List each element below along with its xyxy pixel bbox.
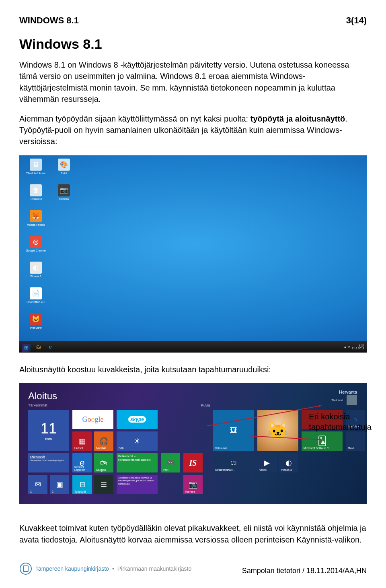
- start-button-icon[interactable]: ⊞: [22, 344, 31, 352]
- tile-calendar[interactable]: 11 tiistai: [28, 410, 69, 451]
- tile-google[interactable]: Google: [72, 410, 113, 429]
- tile-video[interactable]: ▶Video: [257, 453, 277, 472]
- page-footer: Tampereen kaupunginkirjasto • Pirkanmaan…: [19, 558, 367, 575]
- tile-microsoft[interactable]: Microsoft Tervetuloa OneDrive-käyttäjäks…: [28, 453, 69, 472]
- desktop-icon[interactable]: 🖥Tämä tietokone: [23, 159, 49, 184]
- tile-picasa[interactable]: ◐Picasa 3: [279, 453, 298, 472]
- tile-desktop[interactable]: 🖥Työpöytä: [72, 475, 92, 494]
- tile-small[interactable]: ☰: [94, 475, 113, 494]
- desktop-icon[interactable]: ◎Google Chrome: [23, 236, 49, 262]
- tile-asio[interactable]: Asiointitietopäällikkö: Huvieja ja harvi…: [117, 475, 158, 494]
- user-chip[interactable]: Hervanta Tietotori: [331, 390, 357, 405]
- desktop-icon[interactable]: 🎨Paint: [51, 159, 77, 184]
- desktop-icons: 🖥Tämä tietokone🎨Paint🗑Roskakori📷Kamera🦊M…: [23, 159, 77, 339]
- annotation-text: Eri kokoisia tapahtumaruutuja: [309, 411, 372, 432]
- desktop-icon[interactable]: ◐Picasa 3: [23, 262, 49, 287]
- start-title: Aloitus: [28, 390, 57, 402]
- paragraph-1: Windows 8.1 on Windows 8 -käyttöjärjeste…: [19, 59, 367, 105]
- start-screen-wrapper: Aloitus Tärkeimmät Kuvia Hervanta Tietot…: [19, 383, 367, 504]
- paragraph-2: Aiemman työpöydän sijaan käyttöliittymäs…: [19, 113, 367, 147]
- section-label-1: Tärkeimmät: [28, 403, 47, 407]
- paragraph-3: Aloitusnäyttö koostuu kuvakkeista, joita…: [19, 364, 367, 375]
- tile-store[interactable]: 🛍Kauppa: [94, 453, 113, 472]
- footer-rule: [19, 558, 367, 558]
- section-label-2: Kuvia: [201, 403, 210, 407]
- logo-icon: [19, 562, 32, 575]
- desktop-screenshot: 🖥Tämä tietokone🎨Paint🗑Roskakori📷Kamera🦊M…: [19, 155, 367, 353]
- page-header: WINDOWS 8.1 3(14): [19, 15, 367, 26]
- taskbar: ⊞ 🗂 e ▲ 🕪 9:37 11.3.2014: [19, 341, 367, 353]
- desktop-icon: [51, 262, 77, 287]
- footer-date: Sampolan tietotori / 18.11.2014/AA,HN: [242, 567, 367, 575]
- tile-movi[interactable]: Movi: [346, 431, 365, 451]
- tile-ie[interactable]: eInternet Explorer: [72, 453, 92, 472]
- desktop-icon[interactable]: 📷Kamera: [51, 184, 77, 210]
- tile-xbox[interactable]: 🎮Pelit: [161, 453, 180, 472]
- page-title: Windows 8.1: [19, 36, 367, 52]
- svg-rect-1: [23, 566, 28, 571]
- tile-keli[interactable]: Kelikamerat – Henkilökohtainen suosikki: [117, 453, 158, 472]
- tile-resources[interactable]: 🗂Resurssinhalli…: [213, 453, 254, 472]
- tile-skype[interactable]: skype: [117, 410, 158, 429]
- svg-point-0: [20, 563, 31, 574]
- desktop-icon: [51, 210, 77, 236]
- start-screen-screenshot: Aloitus Tärkeimmät Kuvia Hervanta Tietot…: [19, 383, 367, 504]
- desktop-icon[interactable]: 🗑Roskakori: [23, 184, 49, 210]
- tile-news[interactable]: ▦Uutiset: [72, 431, 92, 451]
- tile-is[interactable]: IS: [183, 453, 203, 472]
- file-explorer-icon[interactable]: 🗂: [34, 343, 43, 351]
- system-tray: ▲ 🕪 9:37 11.3.2014: [344, 344, 364, 350]
- tile-camera[interactable]: 📷Kamera: [183, 475, 203, 494]
- avatar: [347, 395, 357, 405]
- desktop-icon[interactable]: 📄LibreOffice 4.1: [23, 287, 49, 313]
- desktop-icon: [51, 287, 77, 313]
- tile-mail[interactable]: ✉1: [28, 475, 47, 494]
- tile-generic[interactable]: ▣2: [50, 475, 69, 494]
- desktop-icon[interactable]: 🐱IrfanView: [23, 313, 49, 339]
- desktop-icon[interactable]: 🦊Mozilla Firefox: [23, 210, 49, 236]
- header-right: 3(14): [346, 15, 367, 26]
- desktop-icon: [51, 236, 77, 262]
- header-left: WINDOWS 8.1: [19, 15, 79, 26]
- tile-weather[interactable]: ☀Sää: [117, 431, 158, 451]
- paragraph-4: Kuvakkeet toimivat kuten työpöydälläkin …: [19, 522, 367, 545]
- tile-photos[interactable]: 🖼Valokuvat: [213, 410, 254, 451]
- tile-music[interactable]: 🎧Musiikki: [94, 431, 113, 451]
- ie-icon[interactable]: e: [46, 343, 55, 351]
